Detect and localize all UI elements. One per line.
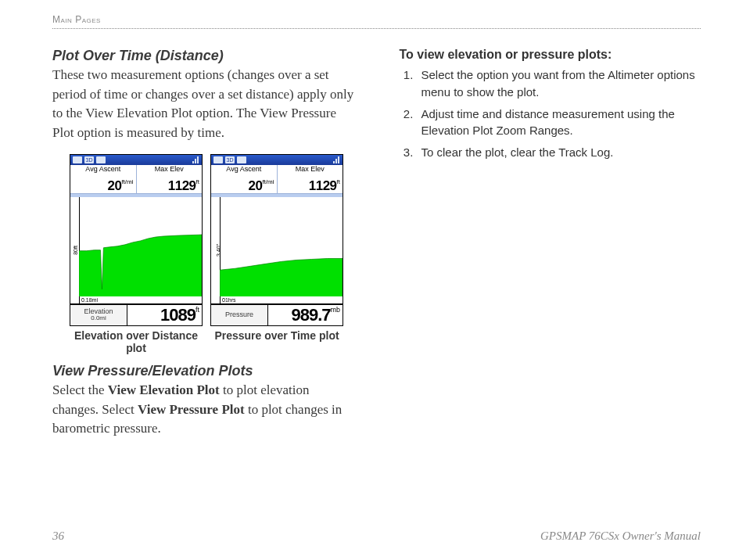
header-divider (52, 28, 701, 29)
step-1: Select the option you want from the Alti… (417, 66, 701, 101)
elevation-caption: Elevation over Distance plot (70, 329, 203, 356)
readout-row: Pressure 989.7mb (211, 304, 343, 325)
step-2: Adjust time and distance measurement usi… (417, 106, 701, 140)
max-elev-value: 1129ft (139, 179, 200, 192)
mode-icon: 3D (84, 156, 94, 163)
plot-area: 3.40" 01hrs (211, 197, 343, 304)
procedure-title: To view elevation or pressure plots: (400, 48, 701, 62)
readout-row: Elevation 0.0mi 1089ft (70, 304, 202, 325)
data-row: Avg Ascent 20ft/mi Max Elev 1129ft (211, 165, 343, 194)
page-footer: 36 GPSMAP 76CSx Owner's Manual (52, 529, 701, 543)
avg-ascent-label: Avg Ascent (213, 166, 274, 173)
avg-ascent-cell: Avg Ascent 20ft/mi (70, 165, 137, 193)
screenshot-row: 3D Avg Ascent 20ft/mi Max Elev 1129 (70, 154, 354, 356)
readout-sublabel: 0.0mi (73, 315, 124, 321)
readout-label: Pressure (213, 311, 265, 318)
x-tick-label: 0.18mi (81, 297, 98, 303)
avg-ascent-label: Avg Ascent (73, 166, 134, 173)
max-elev-cell: Max Elev 1129ft (278, 165, 343, 193)
pressure-area-chart (220, 197, 343, 297)
max-elev-cell: Max Elev 1129ft (137, 165, 203, 193)
avg-ascent-value: 20ft/mi (213, 179, 274, 192)
page-number: 36 (52, 529, 64, 543)
y-range-label: 80ft (73, 246, 78, 255)
left-column: Plot Over Time (Distance) These two meas… (52, 40, 354, 443)
paragraph-view-plots: Select the View Elevation Plot to plot e… (52, 381, 354, 439)
readout-value: 989.7mb (291, 307, 340, 324)
device-screen-pressure: 3D Avg Ascent 20ft/mi Max Elev 1129 (210, 154, 343, 326)
data-row: Avg Ascent 20ft/mi Max Elev 1129ft (70, 165, 202, 194)
mode-icon: 3D (225, 156, 235, 163)
readout-value-cell: 989.7mb (268, 305, 343, 325)
light-icon (96, 156, 106, 163)
avg-ascent-value: 20ft/mi (73, 179, 134, 192)
content-columns: Plot Over Time (Distance) These two meas… (52, 40, 701, 443)
signal-icon (192, 156, 199, 163)
sat-icon (73, 156, 82, 163)
max-elev-label: Max Elev (280, 166, 341, 173)
readout-value: 1089ft (160, 307, 199, 324)
pressure-plot-figure: 3D Avg Ascent 20ft/mi Max Elev 1129 (210, 154, 343, 356)
plot-area: 80ft 0.18mi (70, 197, 202, 304)
light-icon (237, 156, 246, 163)
elevation-area-chart (79, 197, 202, 297)
device-screen-elevation: 3D Avg Ascent 20ft/mi Max Elev 1129 (70, 154, 203, 326)
status-bar: 3D (70, 155, 202, 165)
elevation-plot-figure: 3D Avg Ascent 20ft/mi Max Elev 1129 (70, 154, 203, 356)
x-tick-label: 01hrs (222, 297, 236, 303)
procedure-steps: Select the option you want from the Alti… (400, 66, 701, 161)
readout-value-cell: 1089ft (127, 305, 202, 325)
manual-title: GPSMAP 76CSx Owner's Manual (540, 529, 701, 543)
readout-label-cell: Pressure (211, 305, 268, 325)
section-label: Main Pages (52, 14, 701, 25)
step-3: To clear the plot, clear the Track Log. (417, 144, 701, 161)
avg-ascent-cell: Avg Ascent 20ft/mi (211, 165, 278, 193)
pressure-caption: Pressure over Time plot (210, 329, 343, 343)
svg-marker-2 (220, 258, 343, 296)
readout-label-cell: Elevation 0.0mi (70, 305, 127, 325)
right-column: To view elevation or pressure plots: Sel… (400, 40, 701, 443)
sat-icon (213, 156, 223, 163)
paragraph-plot-over-time: These two measurement options (changes o… (52, 66, 354, 143)
heading-view-plots: View Pressure/Elevation Plots (52, 363, 354, 379)
svg-marker-0 (79, 235, 202, 296)
signal-icon (333, 156, 340, 163)
heading-plot-over-time: Plot Over Time (Distance) (52, 48, 354, 64)
max-elev-label: Max Elev (139, 166, 200, 173)
status-bar: 3D (211, 155, 343, 165)
max-elev-value: 1129ft (280, 179, 341, 192)
